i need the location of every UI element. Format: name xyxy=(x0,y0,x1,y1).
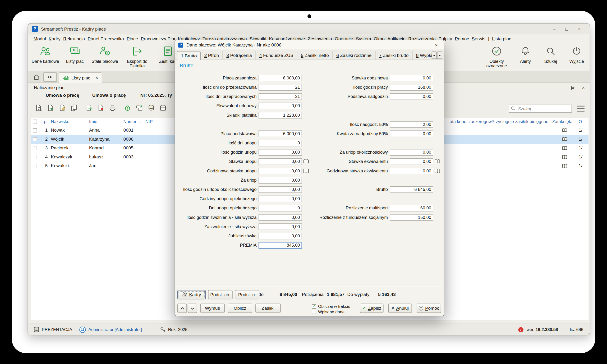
menu-item[interactable]: Rekrutacja xyxy=(63,37,85,41)
tab-scroll-right-icon[interactable]: ▶ xyxy=(437,52,442,59)
toolbar-obiekty-oznaczone-button[interactable]: Obiekty oznaczone xyxy=(482,45,511,68)
field-input[interactable]: 0,00 xyxy=(390,75,433,81)
col-data-konc[interactable]: ata konc. zaszeregow... xyxy=(450,119,495,124)
field-input[interactable]: 0,00 xyxy=(390,158,433,165)
field-input[interactable]: 1 228,80 xyxy=(258,112,302,118)
menu-item[interactable]: Kadry xyxy=(49,37,61,41)
hamburger-menu-icon[interactable] xyxy=(577,106,584,111)
field-input[interactable]: 0,00 xyxy=(258,233,302,239)
col-nip[interactable]: NIP xyxy=(145,119,153,124)
prev-record-button[interactable] xyxy=(177,303,187,313)
menu-item[interactable]: Moduł xyxy=(33,37,46,41)
tab-nav-arrows-button[interactable]: ◀▶ xyxy=(43,72,57,82)
oblicz-button[interactable]: Oblicz xyxy=(228,303,252,313)
menu-item[interactable]: Lista płac xyxy=(492,37,511,41)
field-input[interactable]: 0 xyxy=(258,205,302,211)
col-imie[interactable]: Imię xyxy=(89,119,97,124)
info-icon[interactable] xyxy=(518,327,524,332)
field-input[interactable]: 0,00 xyxy=(258,103,302,109)
podst-ch-button[interactable]: Podst. ch. xyxy=(208,290,232,299)
field-input[interactable]: 0,00 xyxy=(258,149,302,156)
field-input[interactable]: 21 xyxy=(258,84,302,91)
dialog-tab[interactable]: 5 Zasiłki netto xyxy=(297,51,333,60)
anuluj-button[interactable]: × Anuluj xyxy=(388,303,412,313)
coins-icon[interactable] xyxy=(146,103,156,112)
calendar-icon[interactable] xyxy=(158,103,168,112)
podst-u-button[interactable]: Podst. u. xyxy=(235,290,259,299)
pin-icon[interactable] xyxy=(569,84,578,91)
home-button[interactable] xyxy=(31,72,41,82)
maximize-button[interactable]: □ xyxy=(561,26,573,32)
field-input[interactable]: 0,00 xyxy=(390,149,433,156)
field-input[interactable]: 0,00 xyxy=(258,195,302,202)
field-input[interactable]: 0,00 xyxy=(258,177,302,183)
close-button[interactable]: × xyxy=(573,26,586,32)
toolbar-listy-plac-button[interactable]: Listy płac xyxy=(63,45,87,68)
menu-item[interactable]: Pomoc xyxy=(455,37,469,41)
checkbox-box[interactable] xyxy=(312,310,316,314)
field-input[interactable]: 0,00 xyxy=(258,158,302,165)
transfer-icon[interactable] xyxy=(134,103,144,112)
zasilki-button[interactable]: Zasiłki xyxy=(255,303,281,313)
toolbar-stale-placowe-button[interactable]: $ Stałe płacowe xyxy=(89,45,120,68)
col-zasilek[interactable]: Przysługuje zasiłek pielęgnac... xyxy=(491,119,552,124)
user-indicator[interactable]: Administrator [Administrator] xyxy=(79,326,142,333)
checkbox-wpisano-dane[interactable]: Wpisano dane xyxy=(312,310,345,314)
col-lp[interactable]: L.p. xyxy=(36,119,48,124)
field-input[interactable]: 0 xyxy=(258,140,302,146)
search-input[interactable] xyxy=(509,104,572,113)
edit-document-icon[interactable] xyxy=(57,103,67,112)
toolbar-wyjscie-button[interactable]: Wyjście xyxy=(565,45,588,68)
col-o[interactable]: O xyxy=(579,119,582,124)
lookup-book-icon[interactable] xyxy=(434,168,440,173)
field-input[interactable]: 0,00 xyxy=(258,214,302,221)
menu-item[interactable]: Panel Pracownika xyxy=(88,37,124,41)
col-nazwisko[interactable]: Nazwisko xyxy=(51,119,69,124)
menu-item[interactable]: Serwis xyxy=(472,37,485,41)
field-input[interactable]: 0,00 xyxy=(390,168,433,174)
tab-scroll-left-icon[interactable]: ◀ xyxy=(432,52,437,59)
col-numer[interactable]: Numer ... xyxy=(123,119,141,124)
field-input[interactable]: 2,00 xyxy=(390,121,433,128)
field-input[interactable]: 6 845,00 xyxy=(390,186,433,193)
add-document-icon[interactable] xyxy=(45,103,55,112)
field-input[interactable]: 0,00 xyxy=(390,93,433,100)
minimize-button[interactable]: – xyxy=(548,26,561,32)
dialog-tab[interactable]: 1 Brutto xyxy=(177,51,201,60)
field-input[interactable]: 0,00 xyxy=(258,168,302,174)
lookup-book-icon[interactable] xyxy=(434,159,440,164)
next-record-button[interactable] xyxy=(188,303,197,313)
print-icon[interactable] xyxy=(108,103,117,112)
kadry-button[interactable]: Kadry xyxy=(177,290,206,299)
toolbar-alerty-button[interactable]: Alerty xyxy=(515,45,536,68)
payroll-bag-icon[interactable]: $ xyxy=(123,103,132,112)
preview-document-icon[interactable] xyxy=(33,103,43,112)
checkbox-box[interactable] xyxy=(312,304,316,309)
field-input[interactable]: 0,00 xyxy=(258,223,302,230)
field-input[interactable]: 845,00 xyxy=(258,242,302,248)
wymus-button[interactable]: Wymuś xyxy=(200,303,225,313)
export-document-icon[interactable] xyxy=(84,103,93,112)
tab-listy-plac[interactable]: Listy płac × xyxy=(59,72,102,83)
col-zamknieta[interactable]: Zamknięta xyxy=(552,119,572,124)
delete-document-icon[interactable] xyxy=(96,103,105,112)
panel-close-icon[interactable]: × xyxy=(579,84,588,91)
year-indicator[interactable]: Rok: 2025 xyxy=(160,327,188,332)
dialog-close-icon[interactable]: × xyxy=(432,42,441,48)
dialog-tab[interactable]: 3 Potrącenia xyxy=(223,51,256,60)
field-input[interactable]: 60,00 xyxy=(390,205,433,211)
tab-close-icon[interactable]: × xyxy=(95,75,98,81)
field-input[interactable]: 150,00 xyxy=(390,214,433,221)
dialog-tab[interactable]: 7 Zasiłki brutto xyxy=(375,51,413,60)
pomoc-button[interactable]: Pomoc xyxy=(417,303,441,313)
copy-document-icon[interactable] xyxy=(69,103,78,112)
zapisz-button[interactable]: ✓ Zapisz xyxy=(360,303,384,313)
toolbar-dane-kadrowe-button[interactable]: Dane kadrowe xyxy=(30,45,60,68)
field-input[interactable]: 6 000,00 xyxy=(258,75,302,81)
dialog-tab[interactable]: 2 Pfron xyxy=(201,51,223,60)
dialog-tab[interactable]: 6 Zasiłki rodzinne xyxy=(333,51,375,60)
field-input[interactable]: 21 xyxy=(258,93,302,100)
toolbar-eksport-platnik-button[interactable]: Eksport do Płatnika xyxy=(123,45,152,68)
field-input[interactable]: 0,00 xyxy=(390,130,433,137)
field-input[interactable]: 0,00 xyxy=(258,186,302,193)
